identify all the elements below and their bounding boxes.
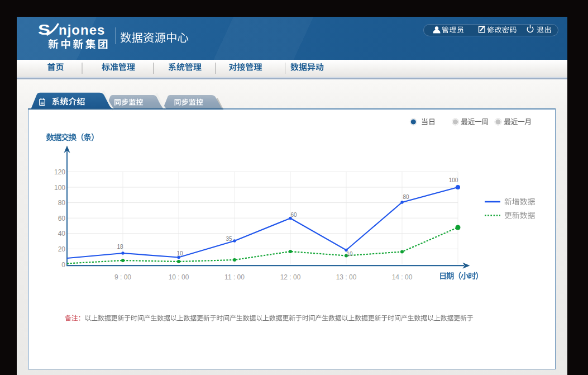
svg-text:80: 80 [403, 194, 409, 200]
svg-text:100: 100 [54, 184, 65, 192]
svg-text:12 : 00: 12 : 00 [280, 273, 301, 281]
svg-text:20: 20 [58, 245, 66, 253]
svg-text:11 : 00: 11 : 00 [224, 273, 245, 281]
svg-text:60: 60 [58, 215, 66, 222]
svg-text:35: 35 [226, 236, 232, 242]
svg-text:14 : 00: 14 : 00 [392, 273, 413, 281]
svg-text:10: 10 [176, 250, 183, 257]
svg-text:13 : 00: 13 : 00 [336, 273, 357, 281]
svg-text:S: S [38, 22, 50, 37]
svg-text:10 : 00: 10 : 00 [169, 273, 189, 281]
svg-text:18: 18 [117, 244, 123, 250]
svg-text:80: 80 [58, 199, 66, 207]
svg-text:40: 40 [58, 230, 66, 238]
svg-text:60: 60 [290, 212, 297, 218]
svg-text:120: 120 [54, 168, 65, 176]
svg-text:0: 0 [61, 261, 65, 269]
svg-text:100: 100 [449, 177, 458, 183]
svg-text:10: 10 [346, 251, 353, 257]
svg-text:njones: njones [59, 22, 105, 37]
svg-text:9 : 00: 9 : 00 [114, 273, 131, 281]
